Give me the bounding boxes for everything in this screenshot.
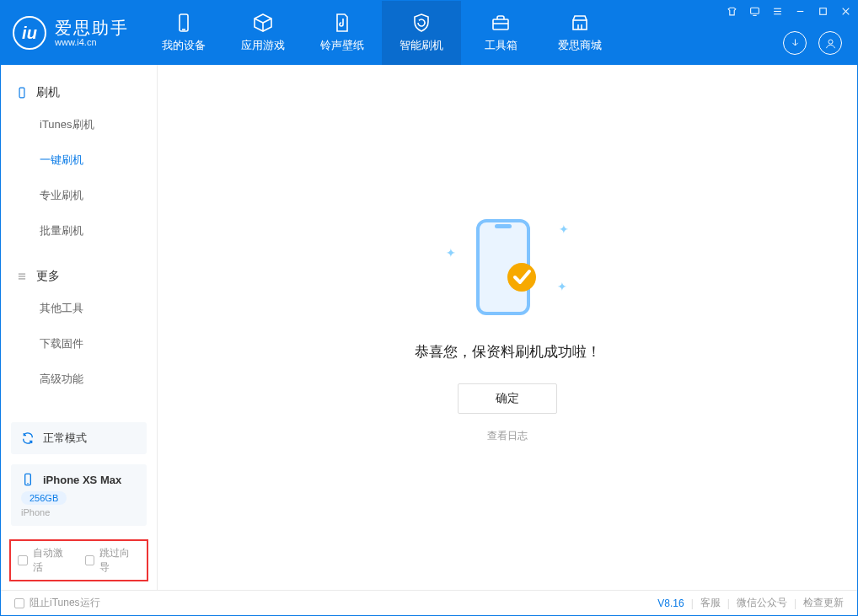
separator: | bbox=[727, 597, 730, 609]
svg-rect-4 bbox=[493, 19, 508, 29]
user-circle-icon[interactable] bbox=[818, 31, 842, 55]
device-box[interactable]: iPhone XS Max 256GB iPhone bbox=[11, 464, 147, 526]
checkbox-icon bbox=[14, 598, 24, 608]
block-itunes-checkbox[interactable]: 阻止iTunes运行 bbox=[14, 596, 100, 610]
cube-icon bbox=[253, 13, 273, 33]
phone-small-icon bbox=[16, 87, 28, 99]
auto-activate-checkbox[interactable]: 自动激活 bbox=[18, 546, 73, 575]
support-link[interactable]: 客服 bbox=[700, 596, 721, 610]
sidebar-spacer bbox=[1, 397, 157, 415]
sidebar-title: 刷机 bbox=[36, 85, 60, 100]
nav-label: 智能刷机 bbox=[400, 38, 443, 53]
success-illustration: ✦ ✦ ✦ bbox=[453, 212, 562, 322]
skip-guide-checkbox[interactable]: 跳过向导 bbox=[85, 546, 141, 575]
svg-point-19 bbox=[829, 40, 833, 44]
skin-icon[interactable] bbox=[725, 4, 738, 18]
success-message: 恭喜您，保资料刷机成功啦！ bbox=[415, 342, 601, 362]
nav-smart-flash[interactable]: 智能刷机 bbox=[382, 1, 461, 65]
sidebar-section-more: 更多 其他工具 下载固件 高级功能 bbox=[1, 249, 157, 397]
store-icon bbox=[570, 13, 590, 33]
nav-apps-games[interactable]: 应用游戏 bbox=[223, 1, 303, 65]
sidebar-items-more: 其他工具 下载固件 高级功能 bbox=[1, 291, 157, 397]
sidebar-item-advanced[interactable]: 高级功能 bbox=[1, 362, 157, 397]
nav-label: 工具箱 bbox=[485, 38, 517, 53]
sidebar-section-flash: 刷机 iTunes刷机 一键刷机 专业刷机 批量刷机 bbox=[1, 65, 157, 249]
titlebar: iu 爱思助手 www.i4.cn 我的设备 应用游戏 铃声壁纸 智能刷机 bbox=[1, 1, 857, 65]
statusbar: 阻止iTunes运行 V8.16 | 客服 | 微信公众号 | 检查更新 bbox=[1, 590, 857, 615]
app-name-en: www.i4.cn bbox=[55, 37, 129, 47]
sidebar-item-oneclick-flash[interactable]: 一键刷机 bbox=[1, 142, 157, 178]
svg-rect-6 bbox=[573, 20, 587, 29]
view-log-link[interactable]: 查看日志 bbox=[487, 429, 528, 443]
menu-icon[interactable] bbox=[770, 4, 784, 18]
svg-rect-0 bbox=[180, 14, 188, 31]
auto-activate-label: 自动激活 bbox=[33, 546, 73, 575]
device-capacity: 256GB bbox=[21, 491, 67, 505]
svg-rect-27 bbox=[495, 224, 512, 228]
mode-box[interactable]: 正常模式 bbox=[11, 422, 147, 454]
sparkle-icon: ✦ bbox=[559, 222, 569, 236]
nav-label: 我的设备 bbox=[162, 38, 206, 53]
svg-point-28 bbox=[507, 263, 536, 292]
sidebar-item-pro-flash[interactable]: 专业刷机 bbox=[1, 178, 157, 213]
checkbox-icon bbox=[85, 555, 95, 565]
close-icon[interactable] bbox=[839, 4, 852, 18]
options-row: 自动激活 跳过向导 bbox=[9, 539, 148, 581]
nav-label: 铃声壁纸 bbox=[320, 38, 364, 53]
maximize-icon[interactable] bbox=[816, 4, 829, 18]
device-type: iPhone bbox=[21, 507, 137, 517]
nav-label: 应用游戏 bbox=[241, 38, 285, 53]
feedback-icon[interactable] bbox=[748, 4, 761, 18]
logo[interactable]: iu 爱思助手 www.i4.cn bbox=[1, 1, 144, 65]
version-label: V8.16 bbox=[657, 597, 684, 609]
sidebar-item-other-tools[interactable]: 其他工具 bbox=[1, 291, 157, 326]
sparkle-icon: ✦ bbox=[557, 280, 567, 293]
phone-icon bbox=[174, 13, 194, 33]
phone-success-icon bbox=[469, 217, 545, 318]
window-controls bbox=[725, 4, 852, 18]
sidebar: 刷机 iTunes刷机 一键刷机 专业刷机 批量刷机 更多 其他工具 下载固件 bbox=[1, 65, 158, 590]
user-circles bbox=[783, 31, 842, 55]
nav-label: 爱思商城 bbox=[558, 38, 602, 53]
logo-icon: iu bbox=[13, 16, 46, 50]
app-window: iu 爱思助手 www.i4.cn 我的设备 应用游戏 铃声壁纸 智能刷机 bbox=[0, 0, 858, 616]
refresh-icon bbox=[21, 431, 35, 445]
nav-my-device[interactable]: 我的设备 bbox=[144, 1, 223, 65]
device-name: iPhone XS Max bbox=[43, 474, 121, 486]
toolbox-icon bbox=[491, 13, 511, 33]
nav-store[interactable]: 爱思商城 bbox=[540, 1, 619, 65]
sidebar-item-itunes-flash[interactable]: iTunes刷机 bbox=[1, 107, 157, 142]
download-circle-icon[interactable] bbox=[783, 31, 807, 55]
nav-ringtone-wallpaper[interactable]: 铃声壁纸 bbox=[303, 1, 382, 65]
list-icon bbox=[16, 271, 28, 282]
sidebar-title: 更多 bbox=[36, 269, 60, 284]
sidebar-header-more: 更多 bbox=[1, 262, 157, 291]
minimize-icon[interactable] bbox=[793, 4, 807, 18]
svg-rect-15 bbox=[819, 8, 826, 14]
sidebar-item-batch-flash[interactable]: 批量刷机 bbox=[1, 213, 157, 249]
block-itunes-label: 阻止iTunes运行 bbox=[29, 596, 100, 610]
refresh-shield-icon bbox=[411, 13, 432, 33]
separator: | bbox=[794, 597, 796, 609]
nav-toolbox[interactable]: 工具箱 bbox=[461, 1, 540, 65]
device-phone-icon bbox=[21, 473, 35, 486]
app-name-cn: 爱思助手 bbox=[55, 19, 129, 37]
check-update-link[interactable]: 检查更新 bbox=[803, 596, 844, 610]
sparkle-icon: ✦ bbox=[446, 246, 456, 260]
body: 刷机 iTunes刷机 一键刷机 专业刷机 批量刷机 更多 其他工具 下载固件 bbox=[1, 65, 857, 590]
main-content: ✦ ✦ ✦ 恭喜您，保资料刷机成功啦！ 确定 查看日志 bbox=[158, 65, 857, 590]
checkbox-icon bbox=[18, 555, 28, 565]
wechat-link[interactable]: 微信公众号 bbox=[737, 596, 787, 610]
music-file-icon bbox=[332, 13, 352, 33]
svg-rect-9 bbox=[750, 8, 759, 13]
device-row: iPhone XS Max bbox=[21, 473, 137, 486]
ok-button[interactable]: 确定 bbox=[458, 383, 557, 414]
skip-guide-label: 跳过向导 bbox=[99, 546, 140, 575]
svg-rect-20 bbox=[19, 88, 24, 98]
top-nav: 我的设备 应用游戏 铃声壁纸 智能刷机 工具箱 爱思商城 bbox=[144, 1, 619, 65]
sidebar-items-flash: iTunes刷机 一键刷机 专业刷机 批量刷机 bbox=[1, 107, 157, 249]
mode-label: 正常模式 bbox=[43, 431, 87, 446]
sidebar-header-flash: 刷机 bbox=[1, 78, 157, 107]
sidebar-item-download-firmware[interactable]: 下载固件 bbox=[1, 326, 157, 362]
separator: | bbox=[691, 597, 694, 609]
